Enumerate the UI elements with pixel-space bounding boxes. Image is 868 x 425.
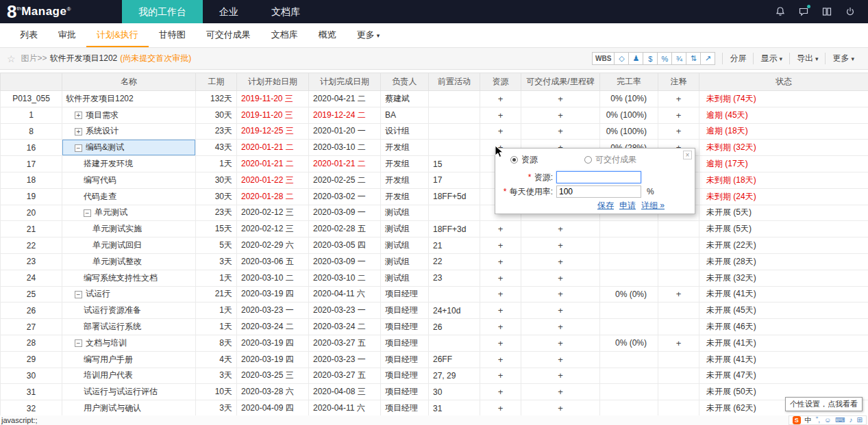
add-note-cell[interactable]: + xyxy=(658,123,699,140)
cell-duration[interactable]: 3天 xyxy=(196,400,237,417)
cell-plan-end[interactable]: 2020-04-11 六 xyxy=(309,286,381,302)
cell-task-name[interactable]: 代码走查 xyxy=(62,188,196,205)
cell-task-name[interactable]: 单元测试整改 xyxy=(62,253,196,270)
cell-predecessor[interactable] xyxy=(429,123,480,140)
cell-plan-end[interactable]: 2020-04-11 六 xyxy=(309,400,381,417)
cell-plan-start[interactable]: 2019-11-20 三 xyxy=(237,107,309,123)
cell-duration[interactable]: 1天 xyxy=(196,270,237,286)
add-deliverable-cell[interactable]: + xyxy=(521,270,600,286)
cell-duration[interactable]: 5天 xyxy=(196,237,237,254)
add-note-cell[interactable] xyxy=(658,221,699,237)
add-resource-cell[interactable]: + xyxy=(480,319,521,335)
cell-plan-start[interactable]: 2020-02-29 六 xyxy=(237,237,309,254)
add-resource-cell[interactable]: + xyxy=(480,107,521,123)
subnav-tab-approval[interactable]: 审批 xyxy=(48,23,86,47)
cell-completion[interactable] xyxy=(600,368,658,384)
cell-id[interactable]: 27 xyxy=(1,319,62,335)
cell-predecessor[interactable]: 24+10d xyxy=(429,302,480,319)
cell-owner[interactable]: 开发组 xyxy=(381,156,429,172)
cell-plan-start[interactable]: 2019-12-25 三 xyxy=(237,123,309,140)
cell-owner[interactable]: 测试组 xyxy=(381,253,429,270)
cell-predecessor[interactable] xyxy=(429,335,480,351)
cell-id[interactable]: 22 xyxy=(1,237,62,254)
cell-plan-start[interactable]: 2020-04-09 四 xyxy=(237,400,309,417)
add-resource-cell[interactable]: + xyxy=(480,270,521,286)
cell-predecessor[interactable] xyxy=(429,107,480,123)
cell-plan-start[interactable]: 2020-02-12 三 xyxy=(237,221,309,237)
cell-predecessor[interactable]: 18FF+3d xyxy=(429,221,480,237)
add-resource-cell[interactable]: + xyxy=(480,237,521,254)
cell-id[interactable]: 23 xyxy=(1,253,62,270)
sort-icon[interactable]: ⇅ xyxy=(686,52,701,65)
cell-owner[interactable]: 项目经理 xyxy=(381,335,429,351)
cell-completion[interactable] xyxy=(600,302,658,319)
cell-plan-end[interactable]: 2019-12-24 二 xyxy=(309,107,381,123)
cell-plan-end[interactable]: 2020-03-27 五 xyxy=(309,368,381,384)
column-header[interactable]: 资源 xyxy=(480,73,521,91)
add-deliverable-cell[interactable]: + xyxy=(521,91,600,107)
cell-owner[interactable]: 测试组 xyxy=(381,221,429,237)
cell-duration[interactable]: 23天 xyxy=(196,123,237,140)
cell-plan-start[interactable]: 2020-03-23 一 xyxy=(237,302,309,319)
wbs-button[interactable]: WBS xyxy=(592,52,615,65)
cell-plan-end[interactable]: 2020-03-27 五 xyxy=(309,335,381,351)
cell-plan-start[interactable]: 2020-01-21 二 xyxy=(237,156,309,172)
cell-completion[interactable] xyxy=(600,319,658,335)
expand-toggle-icon[interactable]: + xyxy=(75,112,82,119)
cell-completion[interactable] xyxy=(600,400,658,417)
layout-icon[interactable] xyxy=(821,6,832,17)
expand-toggle-icon[interactable]: − xyxy=(75,144,82,152)
voice-icon[interactable]: ♪ xyxy=(850,416,853,424)
add-note-cell[interactable]: + xyxy=(658,107,699,123)
cell-completion[interactable]: 0% (100%) xyxy=(600,123,658,140)
subnav-tab-more[interactable]: 更多▾ xyxy=(347,23,390,47)
topbar-tab-workbench[interactable]: 我的工作台 xyxy=(122,0,203,23)
cell-predecessor[interactable]: 26FF xyxy=(429,351,480,368)
cell-task-name[interactable]: +系统设计 xyxy=(62,123,196,140)
cell-plan-start[interactable]: 2020-03-24 二 xyxy=(237,319,309,335)
column-header[interactable]: 完工率 xyxy=(600,73,658,91)
cell-duration[interactable]: 1天 xyxy=(196,302,237,319)
column-header[interactable]: 计划开始日期 xyxy=(237,73,309,91)
cell-plan-end[interactable]: 2020-02-28 五 xyxy=(309,221,381,237)
add-deliverable-cell[interactable]: + xyxy=(521,368,600,384)
expand-toggle-icon[interactable]: − xyxy=(75,339,82,347)
cell-owner[interactable]: 项目经理 xyxy=(381,368,429,384)
cell-task-name[interactable]: −单元测试 xyxy=(62,205,196,221)
cell-completion[interactable] xyxy=(600,237,658,254)
expand-toggle-icon[interactable]: − xyxy=(75,291,82,298)
keyboard-icon[interactable]: ⌨ xyxy=(835,416,845,424)
cell-owner[interactable]: 开发组 xyxy=(381,140,429,156)
cell-task-name[interactable]: 试运行与试运行评估 xyxy=(62,384,196,400)
cell-task-name[interactable]: −试运行 xyxy=(62,286,196,302)
cell-id[interactable]: 18 xyxy=(1,172,62,188)
cell-predecessor[interactable]: 27, 29 xyxy=(429,368,480,384)
subnav-tab-deliverable[interactable]: 可交付成果 xyxy=(196,23,261,47)
percent-icon[interactable]: % xyxy=(657,52,672,65)
column-header[interactable]: 负责人 xyxy=(381,73,429,91)
add-deliverable-cell[interactable]: + xyxy=(521,302,600,319)
resource-input[interactable] xyxy=(556,171,641,183)
cell-duration[interactable]: 8天 xyxy=(196,335,237,351)
add-resource-cell[interactable]: + xyxy=(480,384,521,400)
cell-predecessor[interactable] xyxy=(429,140,480,156)
cell-predecessor[interactable]: 30 xyxy=(429,384,480,400)
cell-predecessor[interactable]: 26 xyxy=(429,319,480,335)
cell-predecessor[interactable]: 17 xyxy=(429,172,480,188)
punctuation-icon[interactable]: ”, xyxy=(816,416,820,424)
cell-id[interactable]: 17 xyxy=(1,156,62,172)
cell-duration[interactable]: 30天 xyxy=(196,188,237,205)
popup-close-icon[interactable]: × xyxy=(683,151,692,159)
cell-duration[interactable]: 132天 xyxy=(196,91,237,107)
column-header[interactable]: 状态 xyxy=(699,73,868,91)
cell-duration[interactable]: 3天 xyxy=(196,253,237,270)
add-deliverable-cell[interactable]: + xyxy=(521,351,600,368)
cell-owner[interactable]: 测试组 xyxy=(381,205,429,221)
cell-plan-start[interactable]: 2020-03-19 四 xyxy=(237,335,309,351)
expand-toggle-icon[interactable]: − xyxy=(84,209,91,217)
message-icon[interactable] xyxy=(798,6,809,17)
cell-completion[interactable] xyxy=(600,270,658,286)
toolbar-more-button[interactable]: 更多▾ xyxy=(825,53,861,64)
cell-owner[interactable]: 开发组 xyxy=(381,172,429,188)
cell-predecessor[interactable] xyxy=(429,91,480,107)
